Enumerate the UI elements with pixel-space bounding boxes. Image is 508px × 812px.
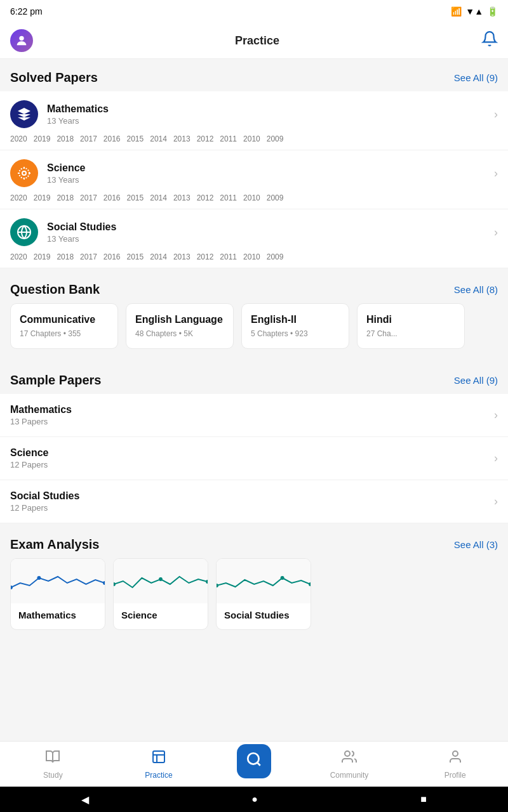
qbank-hindi-name: Hindi [366, 314, 455, 325]
sample-math-papers: 13 Papers [10, 417, 72, 426]
svg-point-15 [217, 584, 218, 587]
question-bank-see-all[interactable]: See All (8) [454, 284, 498, 295]
profile-icon [448, 749, 463, 768]
study-icon [45, 749, 60, 768]
qbank-english-ii-details: 5 Chapters • 923 [251, 329, 340, 338]
sample-science[interactable]: Science 12 Papers › [0, 437, 508, 480]
math-subject-icon [10, 100, 38, 128]
exam-card-math[interactable]: Mathematics [10, 558, 105, 630]
nav-study[interactable]: Study [0, 742, 106, 787]
solved-social-years: 2020 2019 2018 2017 2016 2015 2014 2013 … [10, 252, 498, 261]
solved-science-name: Science [47, 162, 85, 174]
question-bank-title: Question Bank [10, 282, 100, 297]
sample-papers-section: Sample Papers See All (9) Mathematics 13… [0, 362, 508, 523]
nav-search[interactable] [211, 742, 296, 787]
solved-science-chevron: › [494, 167, 498, 180]
svg-point-19 [248, 753, 258, 764]
solved-math-chevron: › [494, 108, 498, 121]
science-subject-icon [10, 159, 38, 187]
svg-line-20 [257, 763, 260, 766]
qbank-card-english-lang[interactable]: English Language 48 Chapters • 5K [126, 303, 234, 349]
solved-papers-section: Solved Papers See All (9) Mathematics 13… [0, 59, 508, 268]
exam-social-label: Social Studies [217, 603, 311, 629]
sample-social-papers: 12 Papers [10, 503, 79, 513]
solved-social-chevron: › [494, 226, 498, 239]
sample-science-papers: 12 Papers [10, 460, 48, 469]
svg-point-11 [103, 581, 105, 585]
bottom-nav: Study Practice Community Profile [0, 741, 508, 787]
solved-paper-math[interactable]: Mathematics 13 Years › 2020 2019 2018 20… [0, 91, 508, 150]
status-icons: 📶 ▼▲ 🔋 [451, 6, 498, 16]
exam-analysis-header: Exam Analysis See All (3) [0, 526, 508, 558]
solved-science-subtitle: 13 Years [47, 175, 85, 185]
solved-science-years: 2020 2019 2018 2017 2016 2015 2014 2013 … [10, 193, 498, 202]
sample-social-chevron: › [494, 495, 498, 508]
page-title: Practice [235, 34, 279, 48]
solved-papers-see-all[interactable]: See All (9) [454, 72, 498, 83]
sample-papers-list: Mathematics 13 Papers › Science 12 Paper… [0, 394, 508, 523]
search-icon [246, 751, 262, 771]
qbank-hindi-details: 27 Cha... [366, 329, 455, 338]
profile-label: Profile [444, 771, 466, 780]
avatar[interactable] [10, 29, 33, 52]
sample-social-name: Social Studies [10, 490, 79, 502]
exam-math-label: Mathematics [11, 603, 105, 629]
qbank-card-hindi[interactable]: Hindi 27 Cha... [357, 303, 465, 349]
solved-math-years: 2020 2019 2018 2017 2016 2015 2014 2013 … [10, 134, 498, 143]
exam-analysis-section: Exam Analysis See All (3) Mathematics [0, 526, 508, 640]
community-icon [342, 749, 357, 768]
exam-card-science[interactable]: Science [113, 558, 208, 630]
sample-papers-see-all[interactable]: See All (9) [454, 375, 498, 386]
exam-social-chart [217, 559, 311, 603]
svg-point-10 [37, 576, 41, 580]
exam-card-social[interactable]: Social Studies [216, 558, 311, 630]
top-nav: Practice [0, 23, 508, 59]
community-label: Community [330, 771, 369, 780]
solved-paper-social[interactable]: Social Studies 13 Years › 2020 2019 2018… [0, 209, 508, 268]
exam-analysis-see-all[interactable]: See All (3) [454, 539, 498, 550]
android-home[interactable]: ● [251, 794, 258, 805]
qbank-card-english-ii[interactable]: English-II 5 Chapters • 923 [241, 303, 349, 349]
sample-math[interactable]: Mathematics 13 Papers › [0, 394, 508, 437]
svg-point-14 [206, 580, 208, 584]
qbank-english-lang-details: 48 Chapters • 5K [135, 329, 224, 338]
wifi-icon: ▼▲ [465, 6, 483, 16]
question-bank-header: Question Bank See All (8) [0, 271, 508, 303]
solved-papers-header: Solved Papers See All (9) [0, 59, 508, 91]
nav-community[interactable]: Community [297, 742, 403, 787]
solved-math-name: Mathematics [47, 103, 109, 115]
study-label: Study [43, 771, 63, 780]
solved-social-name: Social Studies [47, 221, 116, 233]
sample-science-chevron: › [494, 452, 498, 465]
svg-rect-18 [153, 751, 164, 763]
svg-point-17 [309, 582, 311, 586]
search-button[interactable] [237, 744, 271, 778]
solved-paper-science[interactable]: Science 13 Years › 2020 2019 2018 2017 2… [0, 150, 508, 209]
exam-science-chart [114, 559, 208, 603]
qbank-english-ii-name: English-II [251, 314, 340, 325]
qbank-communicative-details: 17 Chapters • 355 [20, 329, 109, 338]
exam-math-chart [11, 559, 105, 603]
nav-profile[interactable]: Profile [402, 742, 508, 787]
practice-icon [151, 749, 166, 768]
sample-papers-title: Sample Papers [10, 373, 101, 388]
nav-practice[interactable]: Practice [106, 742, 212, 787]
sample-science-name: Science [10, 447, 48, 459]
notification-bell-icon[interactable] [481, 30, 498, 51]
qbank-card-communicative[interactable]: Communicative 17 Chapters • 355 [10, 303, 118, 349]
question-bank-section: Question Bank See All (8) Communicative … [0, 271, 508, 359]
sample-papers-header: Sample Papers See All (9) [0, 362, 508, 394]
svg-point-1 [22, 171, 26, 175]
solved-papers-title: Solved Papers [10, 70, 98, 85]
svg-point-13 [159, 577, 163, 581]
android-recent[interactable]: ■ [420, 794, 427, 805]
social-subject-icon [10, 218, 38, 246]
sample-social[interactable]: Social Studies 12 Papers › [0, 480, 508, 523]
android-back[interactable]: ◀ [81, 794, 89, 806]
svg-point-2 [19, 168, 29, 178]
svg-point-12 [114, 582, 116, 586]
solved-math-subtitle: 13 Years [47, 116, 109, 126]
practice-label: Practice [145, 771, 172, 780]
svg-point-21 [345, 751, 350, 756]
solved-papers-list: Mathematics 13 Years › 2020 2019 2018 20… [0, 91, 508, 268]
